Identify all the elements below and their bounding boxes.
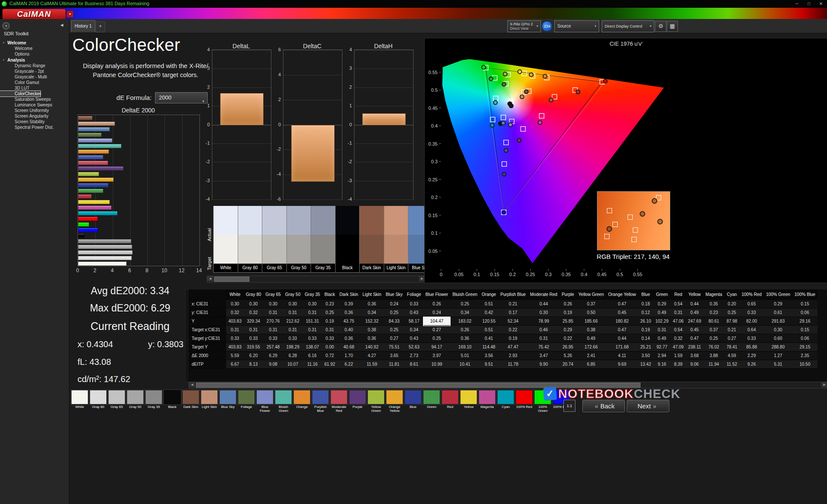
table-cell[interactable]: 3.68 [686,352,703,360]
table-cell[interactable]: 82.00 [740,317,764,326]
table-cell[interactable]: 0.33 [283,334,303,343]
table-cell[interactable]: 2.94 [653,352,671,360]
logo-dropdown-icon[interactable]: ▼ [67,11,73,17]
table-cell[interactable]: 78.99 [528,317,560,326]
strip-swatch-light-skin[interactable]: Light Skin [384,206,408,272]
table-cell[interactable]: 0.72 [322,352,337,360]
table-cell[interactable]: 183.02 [450,317,479,326]
strip-swatch-gray-35[interactable]: Gray 35 [311,206,335,272]
table-cell[interactable]: 403.83 [226,317,244,326]
table-cell[interactable]: 4.11 [606,352,638,360]
table-cell[interactable]: 0.49 [653,334,671,343]
column-header-100-blue[interactable]: 100% Blue [793,289,818,300]
table-cell[interactable]: 0.20 [724,300,740,308]
table-cell[interactable]: 212.62 [283,317,303,326]
table-cell[interactable]: 5.01 [450,352,479,360]
strip-swatch-gray-65[interactable]: Gray 65 [262,206,286,272]
table-cell[interactable]: 0.38 [576,326,606,334]
column-header-gray-65[interactable]: Gray 65 [263,289,283,300]
table-cell[interactable]: 2.93 [498,352,528,360]
column-header-magenta[interactable]: Magenta [703,289,724,300]
table-cell[interactable]: 0.54 [671,326,686,334]
strip-swatch-black[interactable]: Black [336,206,360,272]
table-cell[interactable]: 3.47 [528,352,560,360]
table-cell[interactable]: 0.44 [528,300,560,308]
table-cell[interactable]: 238.11 [686,343,703,352]
table-cell[interactable]: 94.17 [423,343,451,352]
column-header-yellow[interactable]: Yellow [686,289,703,300]
column-header-purplish-blue[interactable]: Purplish Blue [498,289,528,300]
table-cell[interactable]: 0.34 [360,308,383,317]
table-cell[interactable]: 0.31 [226,326,244,334]
table-cell[interactable]: 4.27 [360,352,383,360]
table-cell[interactable]: 138.07 [302,343,322,352]
table-cell[interactable]: 0.36 [337,334,360,343]
table-cell[interactable]: 9.90 [528,360,560,369]
table-cell[interactable]: 0.25 [450,300,479,308]
table-cell[interactable]: 0.33 [263,334,283,343]
calman-logo-button[interactable]: CalMAN [2,9,66,20]
table-cell[interactable]: 5.31 [764,360,792,369]
table-cell[interactable]: 0.34 [450,308,479,317]
table-cell[interactable]: 61.92 [322,360,337,369]
table-cell[interactable]: 0.15 [793,326,818,334]
display-control-select[interactable]: Direct Display Control ▼ [602,20,654,32]
table-cell[interactable]: 0.31 [244,326,264,334]
table-cell[interactable]: 2.73 [405,352,423,360]
table-cell[interactable]: 185.66 [576,317,606,326]
table-cell[interactable]: 8.39 [671,360,686,369]
table-cell[interactable]: 0.36 [360,300,383,308]
table-cell[interactable]: 0.19 [322,317,337,326]
tree-item-colorchecker[interactable]: ColorChecker [0,91,40,96]
table-cell[interactable]: 0.25 [703,334,724,343]
table-cell[interactable]: 3.50 [638,352,653,360]
table-cell[interactable]: 84.33 [383,317,404,326]
layout-grid-button[interactable]: ▦ [667,21,678,32]
source-select[interactable]: Source ▼ [554,20,599,32]
table-cell[interactable]: 80.61 [703,317,724,326]
table-cell[interactable]: 10.99 [423,360,451,369]
table-cell[interactable]: 0.31 [283,326,303,334]
scroll-left-icon[interactable]: ◀ [189,382,195,387]
minimize-button[interactable]: ─ [791,0,803,8]
table-cell[interactable]: 6.67 [226,360,244,369]
table-cell[interactable]: 0.50 [576,308,606,317]
table-cell[interactable]: 0.35 [703,300,724,308]
table-cell[interactable]: 0.36 [360,334,383,343]
tab-history-1[interactable]: History 1 [71,20,95,32]
table-cell[interactable]: 0.30 [226,300,244,308]
table-cell[interactable]: 10.50 [793,360,818,369]
table-cell[interactable]: 0.49 [653,308,671,317]
table-cell[interactable]: 11.78 [498,360,528,369]
table-cell[interactable]: 0.45 [606,308,638,317]
strip-swatch-dark-skin[interactable]: Dark Skin [360,206,384,272]
table-cell[interactable]: 11.59 [360,360,383,369]
sidebar-collapse-button[interactable]: ◀ [60,23,63,27]
table-cell[interactable]: 0.38 [360,326,383,334]
table-cell[interactable]: 1.27 [764,352,792,360]
tree-item-screen-angularity[interactable]: Screen Angularity [0,113,69,119]
table-cell[interactable]: 0.36 [450,334,479,343]
tree-item-saturation-sweeps[interactable]: Saturation Sweeps [0,96,69,102]
table-cell[interactable]: 92.77 [653,343,671,352]
table-cell[interactable]: 6.29 [263,352,283,360]
table-cell[interactable]: 4.59 [724,352,740,360]
column-header-gray-80[interactable]: Gray 80 [244,289,264,300]
patch-swatch-yellow-green[interactable]: Yellow Green [367,390,385,413]
table-cell[interactable]: 2.41 [576,352,606,360]
table-cell[interactable]: 0.17 [498,308,528,317]
tree-item-welcome[interactable]: Welcome [0,46,69,51]
column-header-blue-flower[interactable]: Blue Flower [423,289,451,300]
table-cell[interactable]: 0.65 [740,300,764,308]
table-cell[interactable]: 0.23 [703,308,724,317]
column-header-dark-skin[interactable]: Dark Skin [337,289,360,300]
table-cell[interactable]: 6.20 [244,352,264,360]
column-header-yellow-green[interactable]: Yellow Green [576,289,606,300]
tree-item-3d-lut[interactable]: 3D LUT [0,85,69,91]
table-cell[interactable]: 0.30 [302,300,322,308]
table-cell[interactable]: 58.17 [405,317,423,326]
patch-swatch-green[interactable]: Green [423,390,440,409]
table-cell[interactable]: 0.00 [322,343,337,352]
table-cell[interactable]: 0.47 [686,334,703,343]
table-cell[interactable]: 3.56 [479,352,498,360]
